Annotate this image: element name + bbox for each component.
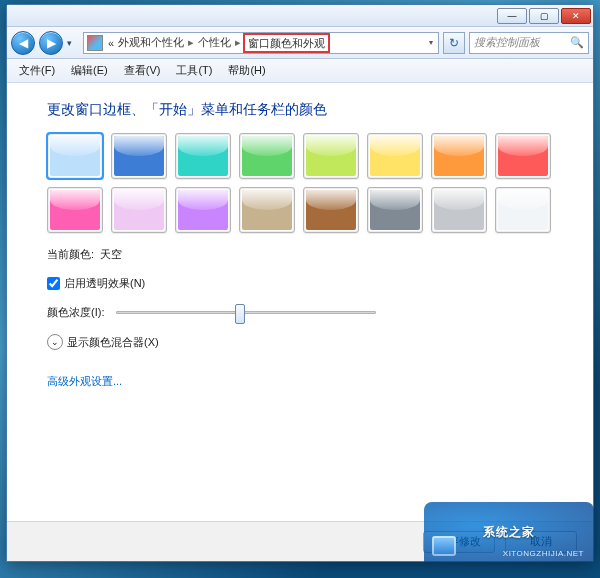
intensity-slider[interactable] [116,311,376,314]
search-icon[interactable]: 🔍 [570,36,584,49]
intensity-label: 颜色浓度(I): [47,305,104,320]
breadcrumb-window-color[interactable]: 窗口颜色和外观 [243,33,330,53]
refresh-button[interactable]: ↻ [443,32,465,54]
save-button[interactable]: 保存修改 [423,531,495,553]
nav-forward-button[interactable]: ▶ [39,31,63,55]
menu-help[interactable]: 帮助(H) [220,60,273,81]
breadcrumb-appearance[interactable]: 外观和个性化 [116,35,186,50]
window: — ▢ ✕ ◀ ▶ ▾ « 外观和个性化 ▸ 个性化 ▸ 窗口颜色和外观 ▾ ↻… [6,4,594,562]
color-swatch-lime[interactable] [303,133,359,179]
menu-view[interactable]: 查看(V) [116,60,169,81]
color-swatch-slate[interactable] [367,187,423,233]
current-color-label: 当前颜色: [47,247,94,262]
maximize-button[interactable]: ▢ [529,8,559,24]
color-swatch-chocolate[interactable] [303,187,359,233]
mixer-row[interactable]: ⌄ 显示颜色混合器(X) [47,334,565,350]
navbar: ◀ ▶ ▾ « 外观和个性化 ▸ 个性化 ▸ 窗口颜色和外观 ▾ ↻ 搜索控制面… [7,27,593,59]
intensity-slider-thumb[interactable] [235,304,245,324]
minimize-button[interactable]: — [497,8,527,24]
chevron-down-icon[interactable]: ⌄ [47,334,63,350]
color-swatch-violet[interactable] [175,187,231,233]
close-button[interactable]: ✕ [561,8,591,24]
content: 更改窗口边框、「开始」菜单和任务栏的颜色 当前颜色: 天空 启用透明效果(N) … [7,83,593,521]
titlebar: — ▢ ✕ [7,5,593,27]
current-color-row: 当前颜色: 天空 [47,247,565,262]
color-swatch-pumpkin[interactable] [431,133,487,179]
menubar: 文件(F) 编辑(E) 查看(V) 工具(T) 帮助(H) [7,59,593,83]
breadcrumb-chevron: « [106,37,116,49]
transparency-row: 启用透明效果(N) [47,276,565,291]
intensity-row: 颜色浓度(I): [47,305,565,320]
search-input[interactable]: 搜索控制面板 🔍 [469,32,589,54]
transparency-checkbox-label[interactable]: 启用透明效果(N) [47,276,145,291]
color-swatch-frost[interactable] [495,187,551,233]
cancel-button[interactable]: 取消 [505,531,577,553]
color-swatch-lavender[interactable] [111,187,167,233]
transparency-checkbox[interactable] [47,277,60,290]
control-panel-icon [87,35,103,51]
breadcrumb-arrow: ▸ [186,36,196,49]
current-color-value: 天空 [100,247,122,262]
advanced-appearance-link[interactable]: 高级外观设置... [47,374,122,389]
color-swatch-sun[interactable] [367,133,423,179]
breadcrumb-personalization[interactable]: 个性化 [196,35,233,50]
search-placeholder: 搜索控制面板 [474,35,540,50]
address-bar[interactable]: « 外观和个性化 ▸ 个性化 ▸ 窗口颜色和外观 ▾ [83,32,439,54]
color-swatch-grid [47,133,565,233]
color-swatch-taupe[interactable] [239,187,295,233]
color-swatch-leaf[interactable] [239,133,295,179]
color-swatch-ruby[interactable] [495,133,551,179]
color-swatch-blue[interactable] [111,133,167,179]
color-swatch-fuchsia[interactable] [47,187,103,233]
nav-history-dropdown[interactable]: ▾ [67,38,79,48]
breadcrumb-arrow: ▸ [233,36,243,49]
footer: 保存修改 取消 [7,521,593,561]
color-swatch-graphite[interactable] [431,187,487,233]
color-swatch-天空[interactable] [47,133,103,179]
menu-tools[interactable]: 工具(T) [168,60,220,81]
color-swatch-teal[interactable] [175,133,231,179]
menu-file[interactable]: 文件(F) [11,60,63,81]
page-title: 更改窗口边框、「开始」菜单和任务栏的颜色 [47,101,565,119]
menu-edit[interactable]: 编辑(E) [63,60,116,81]
mixer-label: 显示颜色混合器(X) [67,335,159,350]
address-dropdown-icon[interactable]: ▾ [424,38,438,47]
nav-back-button[interactable]: ◀ [11,31,35,55]
transparency-text: 启用透明效果(N) [64,276,145,291]
